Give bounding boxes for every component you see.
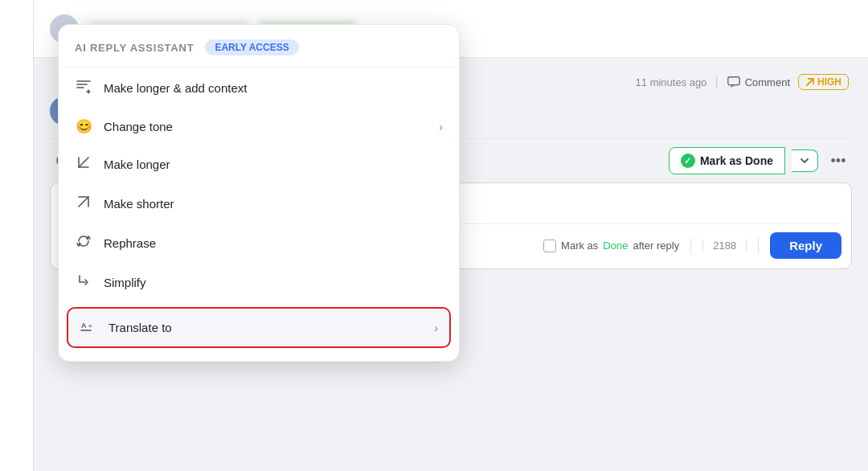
mark-done-prefix: Mark as	[561, 240, 598, 252]
divider-2	[690, 238, 691, 254]
mark-done-dropdown-button[interactable]	[792, 149, 818, 172]
mark-done-after-reply: Mark as Done after reply	[543, 240, 679, 252]
rephrase-icon	[75, 233, 92, 253]
main-container: 11 minutes ago | Comment HIGH	[0, 0, 868, 471]
rephrase-label: Rephrase	[104, 236, 443, 250]
change-tone-chevron-icon: ›	[439, 121, 443, 133]
svg-rect-0	[727, 77, 739, 85]
simplify-label: Simplify	[104, 276, 443, 289]
chevron-down-icon	[800, 156, 809, 166]
early-access-badge: EARLY ACCESS	[205, 39, 298, 55]
make-longer-context-svg	[75, 77, 92, 95]
mark-done-checkbox[interactable]	[543, 240, 556, 252]
make-shorter-icon	[75, 194, 92, 214]
translate-to-label: Translate to	[108, 321, 423, 334]
make-longer-svg	[76, 154, 92, 170]
menu-item-rephrase[interactable]: Rephrase	[59, 223, 459, 263]
simplify-svg	[76, 272, 92, 289]
mark-as-done-button[interactable]: ✓ Mark as Done	[669, 147, 785, 174]
priority-arrow-icon	[805, 77, 815, 87]
change-tone-icon: 😊	[75, 118, 92, 135]
menu-item-simplify[interactable]: Simplify	[59, 263, 459, 302]
translate-icon: A ≡	[80, 317, 97, 338]
make-longer-icon	[75, 154, 92, 174]
mark-done-link: Done	[603, 240, 628, 252]
menu-item-change-tone[interactable]: 😊 Change tone ›	[59, 109, 459, 145]
priority-badge: HIGH	[798, 74, 849, 90]
rephrase-svg	[76, 233, 92, 249]
content-area: 11 minutes ago | Comment HIGH	[34, 0, 868, 471]
char-count: 2188	[702, 240, 747, 252]
svg-text:≡: ≡	[88, 323, 92, 329]
divider-3	[758, 238, 759, 254]
menu-title: AI REPLY ASSISTANT	[75, 42, 194, 54]
comment-badge: Comment	[727, 75, 790, 89]
more-options-button[interactable]: •••	[825, 147, 852, 174]
make-longer-context-icon	[75, 77, 92, 99]
make-longer-context-label: Make longer & add context	[104, 81, 443, 95]
mark-as-done-label: Mark as Done	[700, 154, 773, 167]
make-longer-label: Make longer	[104, 158, 443, 171]
menu-item-make-longer-context[interactable]: Make longer & add context	[59, 68, 459, 109]
comment-icon	[727, 75, 741, 89]
menu-item-make-longer[interactable]: Make longer	[59, 145, 459, 184]
make-shorter-svg	[76, 194, 92, 210]
translate-chevron-icon: ›	[434, 322, 438, 334]
menu-item-translate-to[interactable]: A ≡ Translate to ›	[67, 307, 451, 348]
menu-item-make-shorter[interactable]: Make shorter	[59, 184, 459, 223]
translate-svg: A ≡	[80, 317, 97, 334]
reply-button[interactable]: Reply	[770, 232, 841, 259]
menu-header: AI REPLY ASSISTANT EARLY ACCESS	[59, 33, 459, 68]
svg-text:A: A	[81, 322, 87, 330]
make-shorter-label: Make shorter	[104, 197, 443, 211]
comment-label: Comment	[745, 76, 790, 88]
change-tone-label: Change tone	[104, 120, 428, 133]
check-icon: ✓	[681, 154, 695, 168]
mark-done-suffix: after reply	[633, 240, 679, 252]
simplify-icon	[75, 272, 92, 293]
sidebar-strip	[0, 0, 34, 471]
ai-dropdown-menu: AI REPLY ASSISTANT EARLY ACCESS Make lon…	[58, 24, 460, 362]
message-timestamp: 11 minutes ago	[636, 76, 707, 88]
